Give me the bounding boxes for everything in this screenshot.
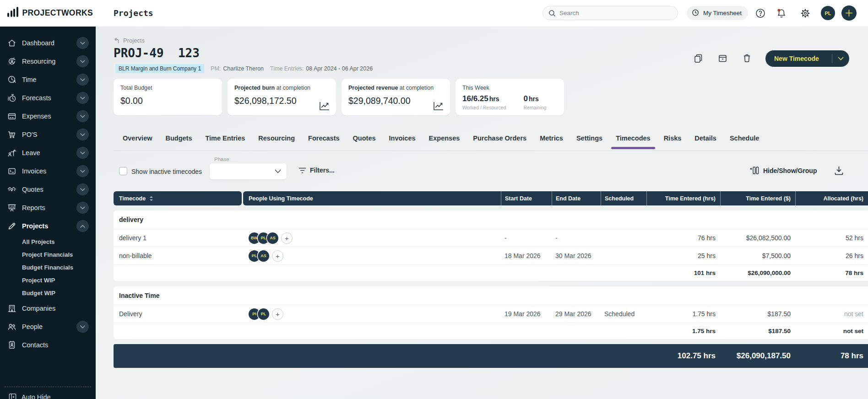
tab-risks[interactable]: Risks [664,135,682,148]
chart-icon[interactable] [433,101,444,111]
tab-purchase-orders[interactable]: Purchase Orders [473,135,526,148]
sidebar-item-label: Projects [22,222,48,230]
sidebar-item-contacts[interactable]: Contacts [0,336,96,354]
chevron-down-icon[interactable] [76,129,89,140]
sidebar-subitem-project-wip[interactable]: Project WIP [0,274,96,286]
sidebar-item-expenses[interactable]: Expenses [0,107,96,125]
projectworks-logo[interactable]: PROJECTWORKS [7,6,93,19]
sidebar-subitem-label: Budget WIP [22,290,55,297]
stat-value: $0.00 [120,96,215,106]
tab-budgets[interactable]: Budgets [166,135,192,148]
sidebar-item-quotes[interactable]: Quotes [0,180,96,199]
stat-card-total-budget: Total Budget $0.00 [114,79,222,115]
chevron-up-icon[interactable] [76,220,89,232]
sidebar-item-reports[interactable]: Reports [0,199,96,217]
chevron-down-icon[interactable] [76,183,89,195]
sidebar-item-companies[interactable]: Companies [0,299,96,318]
tab-quotes[interactable]: Quotes [353,135,376,148]
delete-icon[interactable] [742,54,752,63]
end-date-cell: 29 Mar 2026 [552,310,601,318]
chevron-down-icon[interactable] [76,74,89,86]
column-header-end-date: End Date [552,191,601,205]
add-person-button[interactable]: + [272,308,283,320]
tab-resourcing[interactable]: Resourcing [258,135,295,148]
sidebar-item-invoices[interactable]: Invoices [0,162,96,180]
sidebar-subitem-budget-wip[interactable]: Budget WIP [0,286,96,299]
sidebar-pos-icon [7,130,16,139]
topbar: PROJECTWORKS Projects Search My Timeshee… [0,0,868,27]
stat-card-this-week: This Week 16/6.25hrs Worked / Resourced … [456,79,564,115]
user-avatar[interactable]: PL [821,6,835,20]
company-tag[interactable]: BLR Margin and Burn Company 1 [115,64,204,73]
sidebar-expenses-icon [7,112,16,121]
tab-schedule[interactable]: Schedule [730,135,759,148]
sidebar-resourcing-icon [7,57,16,66]
sidebar-item-people[interactable]: People [0,318,96,336]
chevron-down-icon[interactable] [76,321,89,333]
sidebar-subitem-project-financials[interactable]: Project Financials [0,248,96,261]
sidebar-subitem-budget-financials[interactable]: Budget Financials [0,261,96,274]
chevron-down-icon[interactable] [76,202,89,214]
archive-icon[interactable] [718,54,727,63]
tab-details[interactable]: Details [694,135,716,148]
timecode-row[interactable]: delivery 1BWPLAS+--76 hrs$26,082,500.005… [114,229,868,247]
hide-show-group-button[interactable]: Hide/Show/Group [749,166,817,175]
chevron-down-icon[interactable] [76,110,89,122]
chevron-down-icon[interactable] [76,92,89,104]
notifications-bell-icon[interactable] [776,8,787,18]
sidebar-item-forecasts[interactable]: Forecasts [0,89,96,107]
breadcrumb[interactable]: Projects [114,37,145,44]
search-input[interactable]: Search [542,6,678,20]
download-icon[interactable] [834,165,844,176]
tab-metrics[interactable]: Metrics [540,135,563,148]
timecode-row[interactable]: non-billablePLAS+18 Mar 202630 Mar 20262… [114,247,868,264]
sidebar-item-time[interactable]: Time [0,70,96,89]
phase-select[interactable]: Phase [210,163,287,179]
project-manager: PM:Charlize Theron [211,65,264,72]
logo-text: PROJECTWORKS [22,7,93,19]
show-inactive-checkbox[interactable] [119,167,127,175]
allocated-hrs-cell: 52 hrs [795,234,868,242]
add-person-button[interactable]: + [272,250,283,262]
sidebar-item-po-s[interactable]: PO'S [0,125,96,144]
column-header-timecode[interactable]: Timecode [114,191,242,205]
table-header: Timecode People Using Timecode Start Dat… [114,191,868,205]
chevron-down-icon[interactable] [76,165,89,177]
chevron-down-icon[interactable] [76,147,89,159]
sidebar-time-icon [7,75,16,84]
subtotal-dollars: $26,090,000.00 [720,270,795,276]
hide-show-group-label: Hide/Show/Group [763,167,817,174]
tab-overview[interactable]: Overview [123,135,152,148]
my-timesheet-button[interactable]: My Timesheet [687,6,748,20]
chevron-down-icon [838,57,844,60]
column-header-people: People Using Timecode [243,191,501,205]
table-header-columns: People Using Timecode Start Date End Dat… [243,191,868,205]
global-add-button[interactable] [841,5,857,21]
sidebar-home-icon [7,38,16,48]
new-timecode-button[interactable]: New Timecode [765,50,849,67]
timecode-row[interactable]: DeliveryPIPL+19 Mar 202629 Mar 2026Sched… [114,305,868,323]
tab-time-entries[interactable]: Time Entries [206,135,245,148]
sidebar-item-resourcing[interactable]: Resourcing [0,52,96,70]
sidebar-subitem-all-projects[interactable]: All Projects [0,235,96,248]
tab-expenses[interactable]: Expenses [429,135,460,148]
tab-timecodes[interactable]: Timecodes [616,135,651,148]
sidebar-item-projects[interactable]: Projects [0,217,96,235]
subtotal-hrs: 1.75 hrs [646,328,720,334]
help-icon[interactable] [755,8,765,18]
settings-gear-icon[interactable] [800,8,810,18]
search-icon [548,10,556,17]
add-person-button[interactable]: + [281,232,293,244]
filters-button[interactable]: Filters... [298,167,335,174]
copy-project-icon[interactable] [694,54,703,63]
tab-forecasts[interactable]: Forecasts [308,135,340,148]
sidebar-item-leave[interactable]: Leave [0,144,96,162]
tab-settings[interactable]: Settings [576,135,602,148]
tab-invoices[interactable]: Invoices [389,135,416,148]
chevron-down-icon[interactable] [76,37,89,49]
sidebar-item-dashboard[interactable]: Dashboard [0,34,96,52]
new-timecode-dropdown[interactable] [832,57,849,60]
chevron-down-icon[interactable] [76,55,89,67]
chart-icon[interactable] [319,101,330,111]
auto-hide-toggle[interactable]: Auto Hide [8,393,51,399]
